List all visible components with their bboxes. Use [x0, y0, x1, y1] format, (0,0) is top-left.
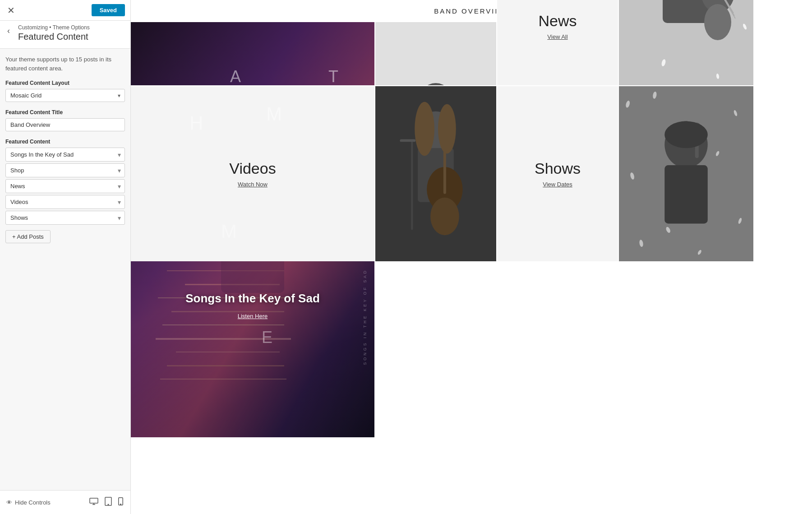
panel-footer: 👁 Hide Controls: [0, 490, 130, 514]
title-field-label: Featured Content Title: [5, 109, 125, 116]
videos-link[interactable]: Watch Now: [238, 181, 268, 188]
letter-m2: M: [221, 221, 237, 242]
featured-item-shows[interactable]: Shows ▾: [5, 211, 125, 225]
letter-m1: M: [266, 103, 282, 125]
videos-title: Videos: [229, 160, 276, 177]
chevron-down-icon: ▾: [118, 151, 121, 158]
featured-item-news-label: News: [10, 183, 25, 190]
panel-title: Featured Content: [18, 32, 125, 42]
featured-content-list: Songs In the Key of Sad ▾ Shop ▾ News ▾ …: [5, 148, 125, 225]
chevron-down-icon: ▾: [118, 199, 121, 206]
news-link[interactable]: View All: [547, 33, 567, 40]
eye-icon: 👁: [6, 499, 12, 506]
svg-rect-30: [167, 365, 284, 366]
vertical-text: SONGS IN THE KEY OF SAD: [363, 269, 367, 365]
svg-rect-79: [375, 86, 496, 261]
title-field-group: Featured Content Title Band Overview: [5, 109, 125, 131]
saved-button[interactable]: Saved: [92, 4, 125, 16]
shows-link[interactable]: View Dates: [543, 181, 572, 188]
tablet-view-button[interactable]: [104, 496, 113, 509]
desktop-view-button[interactable]: [88, 496, 99, 509]
mobile-icon: [118, 499, 123, 507]
featured-item-shop[interactable]: Shop ▾: [5, 163, 125, 177]
featured-content-label: Featured Content: [5, 139, 125, 145]
featured-item-videos-label: Videos: [10, 199, 28, 205]
singer-artwork: [619, 86, 753, 261]
svg-rect-95: [619, 86, 753, 261]
featured-item-songs-label: Songs In the Key of Sad: [10, 151, 74, 158]
letter-e: E: [262, 328, 272, 347]
layout-field-group: Featured Content Layout Mosaic Grid: [5, 80, 125, 102]
featured-item-news[interactable]: News ▾: [5, 179, 125, 193]
breadcrumb-row: ‹ Customizing • Theme Options Featured C…: [0, 21, 130, 49]
featured-item-videos[interactable]: Videos ▾: [5, 195, 125, 209]
svg-rect-0: [90, 498, 98, 503]
hide-controls-button[interactable]: 👁 Hide Controls: [6, 499, 51, 506]
svg-rect-31: [160, 379, 286, 380]
back-button[interactable]: ‹: [5, 24, 12, 37]
shows-cell: Shows View Dates: [496, 85, 618, 261]
guitarist-image-cell: [374, 85, 496, 261]
breadcrumb: Customizing • Theme Options: [18, 24, 125, 31]
panel-header: ✕ Saved: [0, 0, 130, 21]
close-button[interactable]: ✕: [5, 4, 17, 17]
svg-rect-98: [663, 0, 710, 23]
add-posts-button[interactable]: + Add Posts: [5, 230, 51, 243]
layout-select[interactable]: Mosaic Grid: [5, 89, 125, 102]
customizer-panel: ✕ Saved ‹ Customizing • Theme Options Fe…: [0, 0, 131, 514]
news-title: News: [538, 12, 577, 30]
svg-point-4: [108, 504, 109, 505]
chevron-down-icon: ▾: [118, 183, 121, 190]
featured-item-shop-label: Shop: [10, 167, 24, 174]
guitarist-artwork: [375, 86, 496, 261]
singer-image-cell: [618, 85, 753, 261]
panel-body: Your theme supports up to 15 posts in it…: [0, 49, 130, 490]
main-post-link[interactable]: Listen Here: [238, 313, 268, 320]
chevron-down-icon: ▾: [118, 167, 121, 174]
letter-t: T: [328, 67, 338, 86]
device-icons: [88, 496, 124, 509]
tablet-icon: [105, 500, 112, 507]
main-content-overlay: Songs In the Key of Sad Listen Here: [131, 292, 374, 320]
featured-content-group: Featured Content Songs In the Key of Sad…: [5, 139, 125, 243]
layout-select-wrapper: Mosaic Grid: [5, 89, 125, 102]
svg-point-6: [120, 504, 121, 505]
title-input[interactable]: Band Overview: [5, 118, 125, 131]
svg-rect-29: [176, 352, 280, 352]
mobile-view-button[interactable]: [117, 496, 124, 509]
layout-label: Featured Content Layout: [5, 80, 125, 86]
shows-title: Shows: [535, 160, 581, 177]
shop-guitarist-right-artwork: [619, 0, 753, 85]
shop-guitarist-right-cell: [618, 0, 753, 85]
svg-point-100: [704, 4, 731, 40]
hide-controls-label: Hide Controls: [15, 499, 51, 506]
help-text: Your theme supports up to 15 posts in it…: [5, 55, 125, 73]
desktop-icon: [89, 499, 98, 506]
main-post-title: Songs In the Key of Sad: [131, 292, 374, 306]
featured-item-shows-label: Shows: [10, 214, 28, 221]
videos-cell: Videos Watch Now: [131, 85, 374, 261]
featured-item-songs[interactable]: Songs In the Key of Sad ▾: [5, 148, 125, 162]
letter-a: A: [230, 67, 241, 86]
chevron-down-icon: ▾: [118, 214, 121, 222]
preview-area: BAND OVERVIEW: [131, 0, 812, 514]
letter-h: H: [189, 112, 203, 134]
svg-rect-27: [162, 324, 284, 325]
news-text-cell: News View All: [496, 0, 618, 85]
